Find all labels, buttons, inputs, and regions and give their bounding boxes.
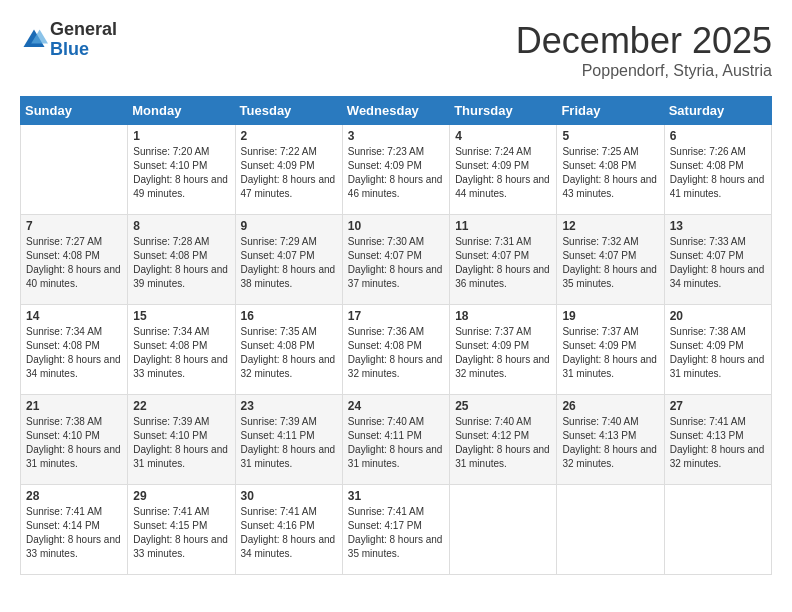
calendar-cell: 2Sunrise: 7:22 AM Sunset: 4:09 PM Daylig… [235, 125, 342, 215]
calendar-cell: 26Sunrise: 7:40 AM Sunset: 4:13 PM Dayli… [557, 395, 664, 485]
day-number: 9 [241, 219, 337, 233]
day-info: Sunrise: 7:28 AM Sunset: 4:08 PM Dayligh… [133, 235, 229, 291]
page-header: General Blue December 2025 Poppendorf, S… [20, 20, 772, 80]
day-info: Sunrise: 7:41 AM Sunset: 4:13 PM Dayligh… [670, 415, 766, 471]
day-number: 27 [670, 399, 766, 413]
weekday-header: Saturday [664, 97, 771, 125]
day-number: 29 [133, 489, 229, 503]
calendar-cell: 16Sunrise: 7:35 AM Sunset: 4:08 PM Dayli… [235, 305, 342, 395]
calendar-cell: 27Sunrise: 7:41 AM Sunset: 4:13 PM Dayli… [664, 395, 771, 485]
day-number: 15 [133, 309, 229, 323]
location: Poppendorf, Styria, Austria [516, 62, 772, 80]
day-number: 3 [348, 129, 444, 143]
calendar-header-row: SundayMondayTuesdayWednesdayThursdayFrid… [21, 97, 772, 125]
day-number: 18 [455, 309, 551, 323]
day-info: Sunrise: 7:41 AM Sunset: 4:16 PM Dayligh… [241, 505, 337, 561]
calendar-cell: 7Sunrise: 7:27 AM Sunset: 4:08 PM Daylig… [21, 215, 128, 305]
calendar-week-row: 14Sunrise: 7:34 AM Sunset: 4:08 PM Dayli… [21, 305, 772, 395]
day-number: 12 [562, 219, 658, 233]
day-info: Sunrise: 7:37 AM Sunset: 4:09 PM Dayligh… [562, 325, 658, 381]
calendar-cell: 13Sunrise: 7:33 AM Sunset: 4:07 PM Dayli… [664, 215, 771, 305]
day-number: 22 [133, 399, 229, 413]
day-info: Sunrise: 7:31 AM Sunset: 4:07 PM Dayligh… [455, 235, 551, 291]
calendar-cell: 25Sunrise: 7:40 AM Sunset: 4:12 PM Dayli… [450, 395, 557, 485]
calendar-cell: 28Sunrise: 7:41 AM Sunset: 4:14 PM Dayli… [21, 485, 128, 575]
day-number: 2 [241, 129, 337, 143]
day-number: 4 [455, 129, 551, 143]
day-number: 17 [348, 309, 444, 323]
calendar-cell: 10Sunrise: 7:30 AM Sunset: 4:07 PM Dayli… [342, 215, 449, 305]
calendar-cell: 19Sunrise: 7:37 AM Sunset: 4:09 PM Dayli… [557, 305, 664, 395]
calendar-table: SundayMondayTuesdayWednesdayThursdayFrid… [20, 96, 772, 575]
day-number: 8 [133, 219, 229, 233]
day-number: 28 [26, 489, 122, 503]
logo-general: General [50, 20, 117, 40]
calendar-cell: 3Sunrise: 7:23 AM Sunset: 4:09 PM Daylig… [342, 125, 449, 215]
calendar-cell: 17Sunrise: 7:36 AM Sunset: 4:08 PM Dayli… [342, 305, 449, 395]
day-info: Sunrise: 7:34 AM Sunset: 4:08 PM Dayligh… [133, 325, 229, 381]
logo-text: General Blue [50, 20, 117, 60]
day-number: 13 [670, 219, 766, 233]
calendar-cell: 1Sunrise: 7:20 AM Sunset: 4:10 PM Daylig… [128, 125, 235, 215]
calendar-cell: 6Sunrise: 7:26 AM Sunset: 4:08 PM Daylig… [664, 125, 771, 215]
day-info: Sunrise: 7:39 AM Sunset: 4:10 PM Dayligh… [133, 415, 229, 471]
calendar-cell [450, 485, 557, 575]
logo-icon [20, 26, 48, 54]
weekday-header: Friday [557, 97, 664, 125]
weekday-header: Thursday [450, 97, 557, 125]
calendar-cell: 21Sunrise: 7:38 AM Sunset: 4:10 PM Dayli… [21, 395, 128, 485]
day-info: Sunrise: 7:24 AM Sunset: 4:09 PM Dayligh… [455, 145, 551, 201]
calendar-cell: 30Sunrise: 7:41 AM Sunset: 4:16 PM Dayli… [235, 485, 342, 575]
day-number: 23 [241, 399, 337, 413]
day-number: 24 [348, 399, 444, 413]
day-info: Sunrise: 7:33 AM Sunset: 4:07 PM Dayligh… [670, 235, 766, 291]
day-info: Sunrise: 7:40 AM Sunset: 4:12 PM Dayligh… [455, 415, 551, 471]
calendar-cell [664, 485, 771, 575]
calendar-cell: 31Sunrise: 7:41 AM Sunset: 4:17 PM Dayli… [342, 485, 449, 575]
day-number: 20 [670, 309, 766, 323]
calendar-cell: 23Sunrise: 7:39 AM Sunset: 4:11 PM Dayli… [235, 395, 342, 485]
calendar-cell: 20Sunrise: 7:38 AM Sunset: 4:09 PM Dayli… [664, 305, 771, 395]
weekday-header: Sunday [21, 97, 128, 125]
day-number: 6 [670, 129, 766, 143]
calendar-week-row: 7Sunrise: 7:27 AM Sunset: 4:08 PM Daylig… [21, 215, 772, 305]
month-title: December 2025 [516, 20, 772, 62]
calendar-cell: 15Sunrise: 7:34 AM Sunset: 4:08 PM Dayli… [128, 305, 235, 395]
day-info: Sunrise: 7:38 AM Sunset: 4:09 PM Dayligh… [670, 325, 766, 381]
day-info: Sunrise: 7:30 AM Sunset: 4:07 PM Dayligh… [348, 235, 444, 291]
day-number: 11 [455, 219, 551, 233]
day-info: Sunrise: 7:41 AM Sunset: 4:15 PM Dayligh… [133, 505, 229, 561]
calendar-week-row: 28Sunrise: 7:41 AM Sunset: 4:14 PM Dayli… [21, 485, 772, 575]
logo-blue-text: Blue [50, 40, 117, 60]
day-info: Sunrise: 7:29 AM Sunset: 4:07 PM Dayligh… [241, 235, 337, 291]
day-info: Sunrise: 7:37 AM Sunset: 4:09 PM Dayligh… [455, 325, 551, 381]
calendar-cell: 22Sunrise: 7:39 AM Sunset: 4:10 PM Dayli… [128, 395, 235, 485]
day-number: 25 [455, 399, 551, 413]
calendar-week-row: 1Sunrise: 7:20 AM Sunset: 4:10 PM Daylig… [21, 125, 772, 215]
calendar-cell: 24Sunrise: 7:40 AM Sunset: 4:11 PM Dayli… [342, 395, 449, 485]
day-info: Sunrise: 7:34 AM Sunset: 4:08 PM Dayligh… [26, 325, 122, 381]
day-info: Sunrise: 7:41 AM Sunset: 4:14 PM Dayligh… [26, 505, 122, 561]
day-info: Sunrise: 7:39 AM Sunset: 4:11 PM Dayligh… [241, 415, 337, 471]
day-number: 26 [562, 399, 658, 413]
day-number: 16 [241, 309, 337, 323]
calendar-week-row: 21Sunrise: 7:38 AM Sunset: 4:10 PM Dayli… [21, 395, 772, 485]
day-number: 31 [348, 489, 444, 503]
calendar-cell: 9Sunrise: 7:29 AM Sunset: 4:07 PM Daylig… [235, 215, 342, 305]
calendar-cell: 5Sunrise: 7:25 AM Sunset: 4:08 PM Daylig… [557, 125, 664, 215]
day-info: Sunrise: 7:22 AM Sunset: 4:09 PM Dayligh… [241, 145, 337, 201]
day-number: 30 [241, 489, 337, 503]
calendar-cell: 18Sunrise: 7:37 AM Sunset: 4:09 PM Dayli… [450, 305, 557, 395]
day-info: Sunrise: 7:35 AM Sunset: 4:08 PM Dayligh… [241, 325, 337, 381]
day-number: 19 [562, 309, 658, 323]
day-info: Sunrise: 7:26 AM Sunset: 4:08 PM Dayligh… [670, 145, 766, 201]
calendar-cell: 11Sunrise: 7:31 AM Sunset: 4:07 PM Dayli… [450, 215, 557, 305]
day-info: Sunrise: 7:27 AM Sunset: 4:08 PM Dayligh… [26, 235, 122, 291]
day-number: 1 [133, 129, 229, 143]
day-info: Sunrise: 7:32 AM Sunset: 4:07 PM Dayligh… [562, 235, 658, 291]
day-number: 7 [26, 219, 122, 233]
day-info: Sunrise: 7:25 AM Sunset: 4:08 PM Dayligh… [562, 145, 658, 201]
day-info: Sunrise: 7:41 AM Sunset: 4:17 PM Dayligh… [348, 505, 444, 561]
weekday-header: Tuesday [235, 97, 342, 125]
logo: General Blue [20, 20, 117, 60]
